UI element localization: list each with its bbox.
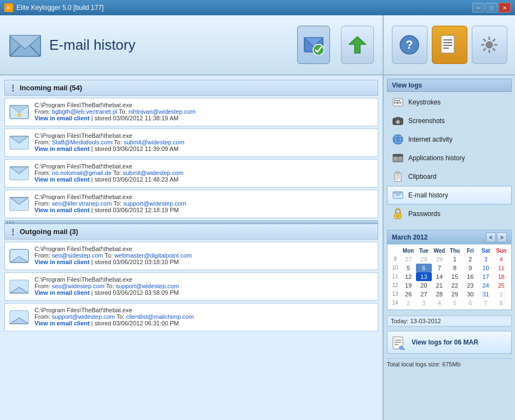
minimize-button[interactable]: ─: [472, 3, 484, 13]
toolbar-btn-mailcheck[interactable]: [297, 26, 330, 64]
cal-day[interactable]: 11: [494, 264, 509, 272]
cal-day[interactable]: 10: [478, 264, 493, 272]
log-item-screenshots[interactable]: Screenshots: [387, 112, 512, 130]
cal-day[interactable]: 1: [447, 255, 462, 264]
cal-day[interactable]: 26: [401, 290, 416, 299]
log-item-email[interactable]: E-mail history: [387, 186, 512, 205]
titlebar: K Elite Keylogger 5.0 [build 177] ─ □ ✕: [0, 0, 515, 15]
cal-day[interactable]: 12: [401, 272, 416, 281]
cal-day[interactable]: 15: [447, 272, 462, 281]
help-button[interactable]: ?: [392, 26, 427, 64]
incoming-mail-header: ⋮ Incoming mail (54): [4, 80, 378, 96]
log-item-apps[interactable]: Applications history: [387, 149, 512, 167]
incoming-mail-label: Incoming mail (54): [20, 84, 82, 92]
today-label: Today: 13-03-2012: [391, 318, 441, 324]
email-path-out1: C:\Program Files\TheBat!\thebat.exe: [34, 246, 373, 252]
cal-day[interactable]: 3: [416, 299, 431, 307]
cal-mon-header: Mon: [401, 247, 416, 255]
cal-day[interactable]: 20: [416, 281, 431, 290]
calendar-header-row: Mon Tue Wed Thu Fri Sat Sun: [390, 247, 509, 255]
cal-day[interactable]: 16: [462, 272, 478, 281]
cal-day[interactable]: 4: [494, 255, 509, 264]
cal-day[interactable]: 7: [478, 299, 493, 307]
incoming-email-icon-3: [9, 164, 29, 184]
cal-day[interactable]: 22: [447, 281, 462, 290]
email-body-1: C:\Program Files\TheBat!\thebat.exe From…: [34, 102, 373, 121]
cal-day[interactable]: 17: [478, 272, 493, 281]
email-body-out1: C:\Program Files\TheBat!\thebat.exe From…: [34, 246, 373, 265]
cal-day[interactable]: 30: [462, 290, 478, 299]
calendar-prev-button[interactable]: <: [486, 232, 496, 242]
cal-day[interactable]: 8: [494, 299, 509, 307]
log-item-clipboard[interactable]: Clipboard: [387, 167, 512, 186]
cal-day[interactable]: 4: [432, 299, 447, 307]
cal-wed-header: Wed: [432, 247, 447, 255]
cal-day-selected[interactable]: 6: [416, 264, 431, 272]
keystrokes-label: Keystrokes: [408, 98, 441, 106]
log-item-internet[interactable]: Internet activity: [387, 130, 512, 149]
cal-day[interactable]: 27: [401, 255, 416, 264]
cal-weeknum-11: 11: [390, 272, 401, 281]
lock-icon: [392, 208, 404, 220]
email-small-icon: [392, 189, 404, 201]
cal-day[interactable]: 18: [494, 272, 509, 281]
calendar-next-button[interactable]: >: [497, 232, 507, 242]
cal-week-11: 11 12 13 14 15 16 17 18: [390, 272, 509, 281]
apps-label: Applications history: [408, 154, 465, 162]
cal-day[interactable]: 28: [432, 290, 447, 299]
view-logs-btn-label: View logs for 06 MAR: [412, 339, 478, 346]
maximize-button[interactable]: □: [485, 3, 497, 13]
cal-day[interactable]: 31: [478, 290, 493, 299]
email-path-out2: C:\Program Files\TheBat!\thebat.exe: [34, 276, 373, 283]
cal-day[interactable]: 7: [432, 264, 447, 272]
cal-day[interactable]: 9: [462, 264, 478, 272]
outgoing-email-icon-1: [9, 247, 29, 266]
logs-button[interactable]: [432, 26, 467, 64]
email-body-out3: C:\Program Files\TheBat!\thebat.exe From…: [34, 307, 373, 326]
cal-day[interactable]: 29: [447, 290, 462, 299]
cal-day[interactable]: 3: [478, 255, 493, 264]
content-area[interactable]: ⋮ Incoming mail (54) C:\Program Files\Th…: [0, 75, 383, 420]
cal-day[interactable]: 28: [416, 255, 431, 264]
svg-text:K: K: [7, 5, 11, 11]
email-icon-big: [9, 28, 42, 61]
cal-day[interactable]: 24: [478, 281, 493, 290]
incoming-email-icon-1: [9, 103, 29, 122]
cal-day[interactable]: 5: [401, 264, 416, 272]
svg-rect-56: [398, 100, 400, 101]
svg-rect-72: [398, 157, 402, 159]
calendar: March 2012 < > Mon Tue Wed Thu Fri Sat S…: [387, 230, 512, 310]
cal-weeknum-12: 12: [390, 281, 401, 290]
email-body-2: C:\Program Files\TheBat!\thebat.exe From…: [34, 132, 373, 152]
cal-day[interactable]: 19: [401, 281, 416, 290]
cal-day[interactable]: 14: [432, 272, 447, 281]
cal-day[interactable]: 27: [416, 290, 431, 299]
cal-day[interactable]: 25: [494, 281, 509, 290]
close-button[interactable]: ✕: [499, 3, 511, 13]
cal-week-13: 13 26 27 28 29 30 31 1: [390, 290, 509, 299]
cal-day[interactable]: 29: [432, 255, 447, 264]
svg-rect-54: [394, 100, 396, 101]
settings-button[interactable]: [472, 26, 507, 64]
cal-day[interactable]: 1: [494, 290, 509, 299]
cal-day[interactable]: 23: [462, 281, 478, 290]
cal-day[interactable]: 5: [447, 299, 462, 307]
toolbar-btn-import[interactable]: [341, 26, 374, 64]
cal-day[interactable]: 8: [447, 264, 462, 272]
email-item-incoming-1: C:\Program Files\TheBat!\thebat.exe From…: [4, 98, 378, 126]
view-logs-for-date-button[interactable]: View logs for 06 MAR: [387, 331, 512, 354]
svg-rect-58: [396, 102, 399, 103]
log-item-passwords[interactable]: Passwords: [387, 205, 512, 223]
cal-day[interactable]: 2: [462, 255, 478, 264]
email-view-4: View in email client | stored 03/06/2012…: [34, 207, 373, 213]
svg-rect-63: [396, 117, 400, 119]
outgoing-email-icon-3: [9, 308, 29, 328]
camera-icon: [392, 115, 404, 127]
log-item-keystrokes[interactable]: Keystrokes: [387, 93, 512, 112]
cal-day[interactable]: 6: [462, 299, 478, 307]
email-item-incoming-2: C:\Program Files\TheBat!\thebat.exe From…: [4, 129, 378, 157]
cal-day[interactable]: 2: [401, 299, 416, 307]
cal-day[interactable]: 21: [432, 281, 447, 290]
email-fromto-2: From: Staff@Mediafools.com To: submit@wi…: [34, 139, 373, 145]
cal-today[interactable]: 13: [416, 272, 431, 281]
